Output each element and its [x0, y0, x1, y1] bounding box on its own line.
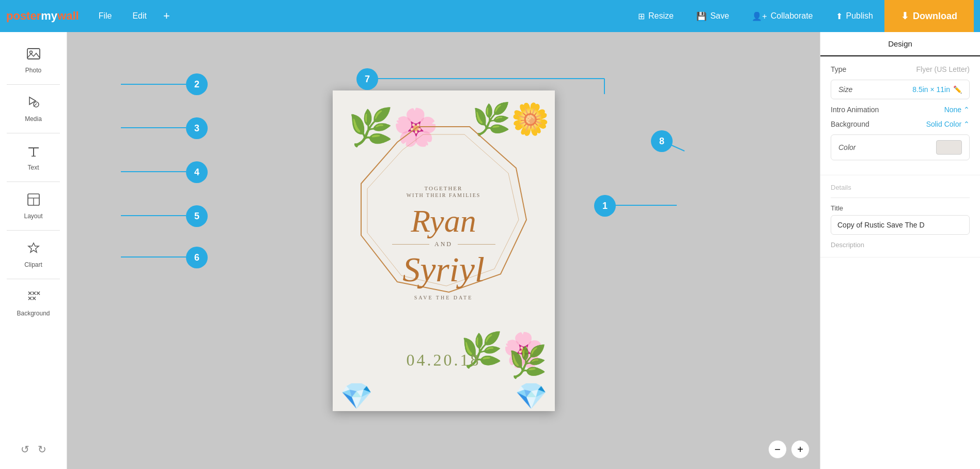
- sidebar-item-clipart[interactable]: Clipart: [0, 235, 67, 275]
- background-panel-label: Background: [831, 120, 869, 128]
- wedding-card: 🌿🌸 🌿🌼 🌿🌸 TOGETHER WITH THEIR FAMILIES Ry…: [333, 90, 555, 411]
- download-label: Download: [913, 11, 957, 22]
- add-button[interactable]: +: [158, 7, 175, 25]
- title-input[interactable]: [831, 215, 970, 235]
- title-field-label: Title: [831, 204, 970, 212]
- card-date: 04.20.18: [407, 351, 481, 370]
- logo-poster: poster: [6, 9, 41, 22]
- logo: postermywall: [6, 9, 79, 23]
- sidebar-divider-3: [7, 181, 60, 182]
- logo-my: my: [41, 9, 57, 22]
- svg-rect-0: [27, 49, 40, 59]
- floral-br-crystal: 💎: [515, 381, 547, 411]
- callout-8: 8: [651, 130, 673, 152]
- right-panel: Design Type Flyer (US Letter) Size 8.5in…: [820, 32, 980, 469]
- intro-value[interactable]: None ⌃: [944, 105, 970, 114]
- panel-details-section: Details Title Description: [820, 175, 980, 258]
- publish-button[interactable]: ⬆ Publish: [825, 6, 884, 26]
- sidebar-bottom: ↺ ↻: [15, 438, 52, 461]
- zoom-out-button[interactable]: −: [768, 440, 787, 459]
- svg-marker-11: [28, 243, 39, 252]
- layout-label: Layout: [24, 213, 42, 220]
- sidebar-divider-4: [7, 230, 60, 231]
- header-nav: File Edit +: [89, 7, 627, 25]
- card-and: AND: [392, 240, 495, 248]
- sidebar-divider-2: [7, 133, 60, 133]
- panel-tabs: Design: [820, 32, 980, 57]
- zoom-in-button[interactable]: +: [791, 440, 810, 459]
- floral-bl-crystal: 💎: [340, 381, 372, 411]
- type-row: Type Flyer (US Letter): [831, 65, 970, 73]
- resize-label: Resize: [648, 11, 674, 21]
- svg-point-3: [34, 102, 39, 107]
- header: postermywall File Edit + ⊞ Resize 💾 Save…: [0, 0, 980, 32]
- resize-icon: ⊞: [638, 11, 645, 21]
- save-icon: 💾: [696, 11, 707, 21]
- header-right: ⊞ Resize 💾 Save 👤+ Collaborate ⬆ Publish…: [627, 0, 974, 32]
- logo-wall: wall: [57, 9, 79, 22]
- size-value: 8.5in × 11in ✏️: [912, 85, 962, 94]
- floral-br: 🌿: [508, 343, 547, 380]
- text-icon: [26, 144, 41, 162]
- callout-7: 7: [356, 68, 378, 90]
- undo-button[interactable]: ↺: [21, 443, 29, 456]
- sidebar-item-text[interactable]: Text: [0, 138, 67, 177]
- background-icon: [26, 290, 41, 308]
- callout-5: 5: [186, 205, 208, 227]
- card-syriyl: Syriyl: [392, 250, 495, 289]
- resize-button[interactable]: ⊞ Resize: [627, 6, 685, 26]
- card-save-the-date: SAVE THE DATE: [392, 295, 495, 300]
- file-button[interactable]: File: [89, 7, 121, 25]
- intro-animation-row: Intro Animation None ⌃: [831, 105, 970, 114]
- svg-marker-2: [29, 97, 36, 104]
- edit-size-icon: ✏️: [953, 85, 962, 94]
- background-label: Background: [17, 310, 50, 317]
- canvas-controls: − +: [768, 440, 810, 459]
- media-icon: [26, 95, 41, 113]
- tab-design[interactable]: Design: [820, 32, 980, 56]
- download-button[interactable]: ⬇ Download: [884, 0, 974, 32]
- main: Photo Media Text: [0, 32, 980, 469]
- sidebar-item-background[interactable]: Background: [0, 283, 67, 323]
- color-box[interactable]: Color: [831, 134, 970, 160]
- card-together: TOGETHER: [392, 185, 495, 191]
- svg-point-1: [29, 51, 32, 54]
- intro-label: Intro Animation: [831, 105, 879, 114]
- text-label: Text: [27, 164, 39, 171]
- clipart-label: Clipart: [24, 261, 42, 268]
- clipart-icon: [26, 241, 41, 259]
- callout-1: 1: [594, 195, 616, 217]
- publish-icon: ⬆: [836, 11, 843, 21]
- panel-type-section: Type Flyer (US Letter) Size 8.5in × 11in…: [820, 57, 980, 175]
- sidebar-item-photo[interactable]: Photo: [0, 40, 67, 80]
- size-box[interactable]: Size 8.5in × 11in ✏️: [831, 80, 970, 99]
- card-families: WITH THEIR FAMILIES: [392, 192, 495, 198]
- type-label: Type: [831, 65, 846, 73]
- edit-button[interactable]: Edit: [123, 7, 156, 25]
- type-value: Flyer (US Letter): [916, 65, 970, 73]
- sidebar: Photo Media Text: [0, 32, 67, 469]
- canvas-area[interactable]: 2 3 4: [67, 32, 820, 469]
- color-swatch[interactable]: [936, 140, 962, 155]
- callout-3: 3: [186, 117, 208, 139]
- collaborate-button[interactable]: 👤+ Collaborate: [740, 6, 824, 26]
- background-row: Background Solid Color ⌃: [831, 120, 970, 128]
- callout-4: 4: [186, 161, 208, 183]
- color-label: Color: [838, 143, 855, 152]
- size-label: Size: [838, 85, 852, 94]
- callout-6: 6: [186, 247, 208, 268]
- sidebar-item-media[interactable]: Media: [0, 89, 67, 129]
- photo-icon: [26, 47, 41, 65]
- download-icon: ⬇: [901, 10, 909, 22]
- sidebar-divider-5: [7, 279, 60, 279]
- details-divider: [831, 198, 970, 198]
- callout-2: 2: [186, 73, 208, 95]
- sidebar-item-layout[interactable]: Layout: [0, 186, 67, 226]
- sidebar-divider-1: [7, 84, 60, 85]
- redo-button[interactable]: ↻: [38, 443, 46, 456]
- photo-label: Photo: [25, 67, 41, 74]
- publish-label: Publish: [846, 11, 873, 21]
- save-button[interactable]: 💾 Save: [685, 6, 740, 26]
- background-value[interactable]: Solid Color ⌃: [926, 120, 970, 128]
- details-label: Details: [831, 184, 970, 191]
